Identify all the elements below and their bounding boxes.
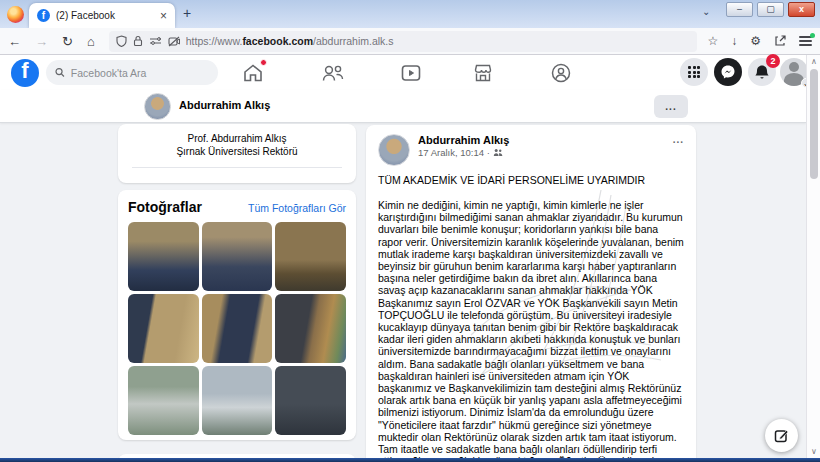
- url-domain: facebook.com: [242, 35, 313, 47]
- bookmark-star-icon[interactable]: ☆: [707, 34, 718, 48]
- url-bar[interactable]: https://www.facebook.com/abdurrahim.alk.…: [109, 31, 698, 52]
- downloads-icon[interactable]: ↓: [731, 34, 737, 48]
- back-button[interactable]: ←: [8, 34, 21, 49]
- shield-icon[interactable]: [116, 35, 127, 47]
- photo-thumbnail[interactable]: [275, 222, 346, 291]
- post-card: Abdurrahim Alkış 17 Aralık, 10:14 · ... …: [366, 125, 696, 462]
- nav-marketplace-tab[interactable]: [470, 60, 496, 86]
- intro-divider: [132, 167, 342, 168]
- facebook-favicon-icon: f: [37, 9, 50, 22]
- forward-button[interactable]: →: [35, 34, 48, 49]
- photo-thumbnail[interactable]: [202, 294, 273, 363]
- post-body: Kimin ne dediğini, kimin ne yaptığı, kim…: [378, 199, 684, 462]
- see-all-photos-link[interactable]: Tüm Fotoğrafları Gör: [248, 202, 346, 214]
- facebook-topbar: f 2 ⌄: [0, 55, 806, 90]
- photo-thumbnail[interactable]: [128, 294, 199, 363]
- lock-icon[interactable]: [133, 35, 143, 47]
- page-scrollbar[interactable]: ∧ ∨: [806, 55, 820, 458]
- nav-watch-tab[interactable]: [398, 60, 424, 86]
- notification-badge: 2: [766, 54, 780, 68]
- apps-menu-button[interactable]: [680, 58, 708, 86]
- minimize-button[interactable]: –: [726, 2, 753, 17]
- post-more-button[interactable]: ...: [673, 134, 684, 145]
- intro-name: Prof. Abdurrahim Alkış: [118, 132, 356, 145]
- maximize-button[interactable]: ▢: [757, 2, 784, 17]
- compose-pencil-icon: [774, 428, 789, 443]
- nav-home-tab[interactable]: [240, 60, 266, 86]
- open-in-app-icon[interactable]: [774, 35, 786, 47]
- tab-title: (2) Facebook: [56, 10, 154, 21]
- scroll-down-arrow[interactable]: ∨: [807, 447, 820, 456]
- search-icon: [55, 67, 65, 78]
- photo-thumbnail[interactable]: [202, 366, 273, 435]
- nav-groups-tab[interactable]: [548, 60, 574, 86]
- menu-notification-dot: [810, 33, 815, 38]
- post-author-avatar[interactable]: [378, 134, 410, 166]
- browser-tab-facebook[interactable]: f (2) Facebook ×: [29, 3, 175, 28]
- window-controls: – ▢ x: [726, 2, 815, 17]
- browser-titlebar: f (2) Facebook × + ⌄ – ▢ x: [0, 0, 820, 28]
- intro-card: Prof. Abdurrahim Alkış Şırnak Üniversite…: [118, 124, 356, 183]
- profile-sticky-bar: Abdurrahim Alkış ...: [0, 90, 806, 123]
- url-path: /abdurrahim.alk.s: [313, 35, 394, 47]
- scrollbar-thumb[interactable]: [810, 69, 818, 179]
- audience-friends-icon: [493, 148, 503, 157]
- profile-name[interactable]: Abdurrahim Alkış: [179, 99, 270, 111]
- blocked-media-icon[interactable]: [168, 36, 180, 47]
- photo-thumbnail[interactable]: [128, 366, 199, 435]
- post-author-name[interactable]: Abdurrahim Alkış: [418, 134, 509, 147]
- permissions-icon[interactable]: [149, 36, 162, 46]
- app-menu-icon[interactable]: [799, 36, 812, 46]
- messenger-button[interactable]: [714, 58, 742, 86]
- post-title: TÜM AKADEMİK VE İDARİ PERSONELİME UYARIM…: [378, 174, 684, 186]
- home-notification-dot: [260, 59, 267, 66]
- firefox-logo-icon[interactable]: [7, 6, 24, 23]
- groups-icon: [550, 62, 572, 84]
- url-prefix: https://www.: [186, 35, 243, 47]
- compose-post-button[interactable]: [765, 419, 798, 452]
- photo-thumbnail[interactable]: [275, 366, 346, 435]
- home-button[interactable]: ⌂: [87, 34, 95, 49]
- marketplace-icon: [472, 62, 494, 84]
- url-text[interactable]: https://www.facebook.com/abdurrahim.alk.…: [186, 35, 394, 47]
- account-button[interactable]: ⌄: [780, 58, 808, 86]
- intro-title: Şırnak Üniversitesi Rektörü: [118, 145, 356, 158]
- tab-close-icon[interactable]: ×: [160, 9, 167, 23]
- photos-title: Fotoğraflar: [128, 199, 202, 215]
- nav-friends-tab[interactable]: [320, 60, 346, 86]
- friends-icon: [321, 62, 345, 84]
- facebook-logo-icon[interactable]: f: [11, 59, 39, 87]
- list-tabs-chevron-icon[interactable]: ⌄: [702, 6, 710, 17]
- settings-gear-icon[interactable]: ⚙: [750, 34, 761, 48]
- scroll-up-arrow[interactable]: ∧: [807, 57, 820, 66]
- windows-taskbar-edge: [0, 458, 820, 462]
- photo-thumbnail[interactable]: [202, 222, 273, 291]
- photo-thumbnail[interactable]: [275, 294, 346, 363]
- notifications-button[interactable]: 2: [748, 58, 776, 86]
- browser-window: f (2) Facebook × + ⌄ – ▢ x ← → ↻ ⌂ https…: [0, 0, 820, 462]
- watch-icon: [400, 62, 422, 84]
- new-tab-button[interactable]: +: [183, 5, 191, 21]
- photo-grid: [128, 222, 346, 435]
- search-input[interactable]: [71, 67, 209, 79]
- apps-grid-icon: [688, 66, 700, 78]
- photo-thumbnail[interactable]: [128, 222, 199, 291]
- photos-card: Fotoğraflar Tüm Fotoğrafları Gör: [118, 190, 356, 440]
- post-timestamp[interactable]: 17 Aralık, 10:14 ·: [418, 147, 490, 158]
- toolbar-right-icons: ☆ ↓ ⚙: [707, 34, 812, 48]
- close-button[interactable]: x: [788, 2, 815, 17]
- facebook-search[interactable]: [46, 60, 218, 85]
- messenger-icon: [720, 64, 736, 80]
- browser-toolbar: ← → ↻ ⌂ https://www.facebook.com/abdurra…: [0, 28, 820, 55]
- reload-button[interactable]: ↻: [62, 34, 73, 49]
- profile-more-button[interactable]: ...: [654, 95, 688, 118]
- profile-avatar[interactable]: [144, 93, 171, 120]
